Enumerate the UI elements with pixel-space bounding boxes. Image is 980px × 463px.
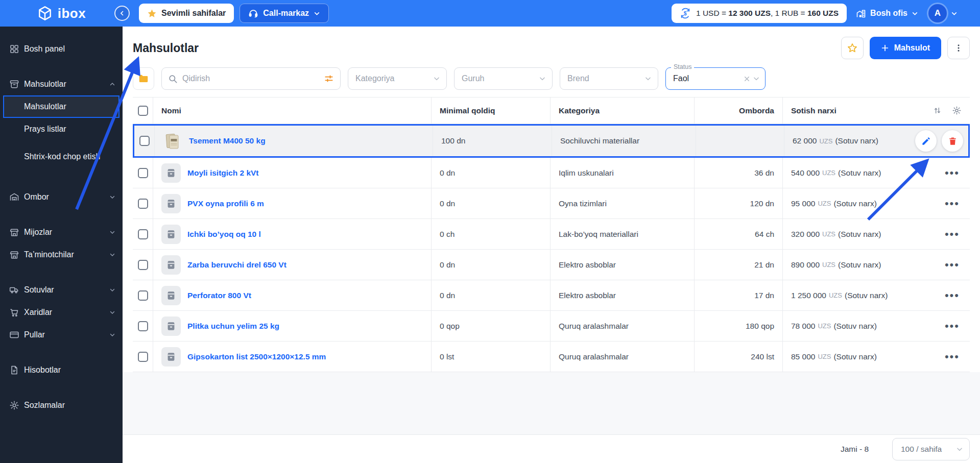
column-minimal-qoldiq[interactable]: Minimal qoldiq [432, 98, 551, 124]
filter-sliders-icon[interactable] [324, 74, 334, 84]
sidebar-label: Prays listlar [24, 125, 66, 134]
delete-row-button[interactable] [942, 130, 963, 152]
row-menu-button[interactable]: ••• [943, 321, 962, 332]
product-link[interactable]: Perforator 800 Vt [187, 291, 251, 300]
row-checkbox[interactable] [138, 260, 148, 270]
sidebar-item-sotuvlar[interactable]: Sotuvlar [0, 279, 123, 301]
sidebar-item-ombor[interactable]: Ombor [0, 186, 123, 208]
table-row[interactable]: Plitka uchun yelim 25 kg 0 qop Quruq ara… [133, 311, 970, 342]
table-settings-gear-icon[interactable] [952, 106, 962, 115]
product-link[interactable]: Moyli isitgich 2 kVt [187, 168, 259, 178]
pagination-bar: Jami - 8 100 / sahifa [123, 434, 980, 463]
product-link[interactable]: PVX oyna profili 6 m [187, 199, 264, 208]
cart-icon [9, 307, 19, 318]
sidebar-subitem-prays-listlar[interactable]: Prays listlar [0, 118, 123, 140]
brand-select[interactable]: Brend [560, 67, 658, 90]
page-size-select[interactable]: 100 / sahifa [892, 438, 970, 460]
table-row[interactable]: Tsement M400 50 kg 100 dn Sochiluvchi ma… [133, 124, 970, 158]
table-row[interactable]: Ichki bo’yoq oq 10 l 0 ch Lak-bo’yoq mat… [133, 219, 970, 250]
search-input[interactable] [182, 74, 319, 83]
dashboard-grid-icon [9, 44, 19, 54]
sidebar-collapse-button[interactable] [114, 6, 130, 21]
category-select[interactable]: Kategoriya [348, 67, 447, 90]
cell-kategoriya: Iqlim uskunalari [551, 158, 695, 188]
svg-text:$: $ [684, 10, 687, 16]
sidebar-item-hisobotlar[interactable]: Hisobotlar [0, 359, 123, 381]
column-nomi[interactable]: Nomi [153, 98, 432, 124]
gear-icon [9, 400, 19, 410]
row-menu-button[interactable]: ••• [943, 229, 962, 240]
table-row[interactable]: Perforator 800 Vt 0 dn Elektro asboblar … [133, 280, 970, 311]
sidebar-item-taminotchilar[interactable]: Ta’minotchilar [0, 243, 123, 266]
select-all-checkbox[interactable] [138, 106, 148, 116]
sidebar-label: Xaridlar [24, 308, 52, 317]
sidebar-item-sozlamalar[interactable]: Sozlamalar [0, 394, 123, 417]
group-select[interactable]: Guruh [454, 67, 553, 90]
row-checkbox[interactable] [139, 136, 150, 146]
product-link[interactable]: Plitka uchun yelim 25 kg [187, 322, 279, 331]
edit-row-button[interactable] [915, 130, 937, 152]
table-row[interactable]: Zarba beruvchi drel 650 Vt 0 dn Elektro … [133, 250, 970, 280]
app-name: ibox [58, 6, 86, 21]
row-menu-button[interactable]: ••• [943, 351, 962, 362]
sidebar-label: Pullar [24, 330, 45, 339]
table-row[interactable]: PVX oyna profili 6 m 0 dn Oyna tizimlari… [133, 188, 970, 219]
product-link[interactable]: Ichki bo’yoq oq 10 l [187, 230, 261, 239]
product-link[interactable]: Tsement M400 50 kg [189, 136, 266, 145]
chevron-down-icon [109, 229, 115, 235]
cell-omborda: 240 lst [695, 342, 783, 372]
add-product-label: Mahsulot [894, 43, 930, 53]
office-selector[interactable]: Bosh ofis [856, 8, 918, 18]
clear-x-icon[interactable] [743, 75, 751, 83]
sidebar-item-bosh-panel[interactable]: Bosh panel [0, 38, 123, 60]
sidebar-item-pullar[interactable]: Pullar [0, 324, 123, 346]
row-menu-button[interactable]: ••• [943, 290, 962, 301]
page-header: Mahsulotlar Mahsulot [123, 27, 980, 59]
row-menu-button[interactable]: ••• [943, 167, 962, 179]
status-value: Faol [673, 74, 689, 83]
table-row[interactable]: Gipsokarton list 2500×1200×12.5 mm 0 lst… [133, 342, 970, 372]
group-placeholder: Guruh [462, 74, 484, 83]
avatar[interactable]: A [928, 4, 947, 22]
favorite-page-button[interactable] [841, 37, 864, 59]
sidebar-item-mahsulotlar[interactable]: Mahsulotlar [0, 73, 123, 95]
status-select[interactable]: Status Faol [665, 67, 766, 90]
cell-sotish-narxi: 540 000 UZS (Sotuv narx) ••• [783, 158, 970, 188]
row-menu-button[interactable]: ••• [943, 259, 962, 271]
sidebar-item-xaridlar[interactable]: Xaridlar [0, 301, 123, 324]
column-omborda[interactable]: Omborda [695, 98, 783, 124]
sidebar-item-mijozlar[interactable]: Mijozlar [0, 221, 123, 243]
search-box[interactable] [161, 67, 341, 90]
favorites-pages-button[interactable]: Sevimli sahifalar [139, 4, 234, 23]
table-row[interactable]: Moyli isitgich 2 kVt 0 dn Iqlim uskunala… [133, 158, 970, 188]
chevron-down-icon [753, 75, 760, 82]
product-link[interactable]: Zarba beruvchi drel 650 Vt [187, 260, 286, 270]
sidebar-label: Mijozlar [24, 228, 52, 237]
cell-minimal-qoldiq: 0 dn [432, 250, 551, 280]
sidebar-subitem-shtrix-kod[interactable]: Shtrix-kod chop etish [0, 140, 123, 173]
row-checkbox[interactable] [138, 168, 148, 178]
chevron-down-icon [109, 287, 115, 293]
sidebar-subitem-mahsulotlar-active[interactable]: Mahsulotlar [3, 95, 119, 118]
plus-icon [881, 44, 889, 52]
call-center-button[interactable]: Call-markaz [240, 4, 329, 23]
row-checkbox[interactable] [138, 229, 148, 239]
row-checkbox[interactable] [138, 352, 148, 362]
column-kategoriya[interactable]: Kategoriya [551, 98, 695, 124]
sort-icon[interactable] [933, 106, 942, 115]
row-checkbox[interactable] [138, 290, 148, 301]
product-link[interactable]: Gipsokarton list 2500×1200×12.5 mm [187, 352, 326, 361]
cell-sotish-narxi: 890 000 UZS (Sotuv narx) ••• [783, 250, 970, 280]
user-menu[interactable]: A [928, 4, 958, 22]
exchange-rate-widget[interactable]: $ 1 USD = 12 300 UZS, 1 RUB = 160 UZS [672, 4, 847, 23]
row-menu-button[interactable]: ••• [943, 198, 962, 209]
more-actions-button[interactable] [947, 37, 970, 59]
add-product-button[interactable]: Mahsulot [870, 37, 941, 59]
row-checkbox[interactable] [138, 321, 148, 331]
column-sotish-narxi[interactable]: Sotish narxi [783, 98, 970, 124]
office-building-icon [856, 8, 866, 18]
cell-minimal-qoldiq: 0 dn [432, 280, 551, 310]
cell-sotish-narxi: 95 000 UZS (Sotuv narx) ••• [783, 188, 970, 218]
folders-button[interactable] [133, 67, 154, 90]
row-checkbox[interactable] [138, 199, 148, 209]
